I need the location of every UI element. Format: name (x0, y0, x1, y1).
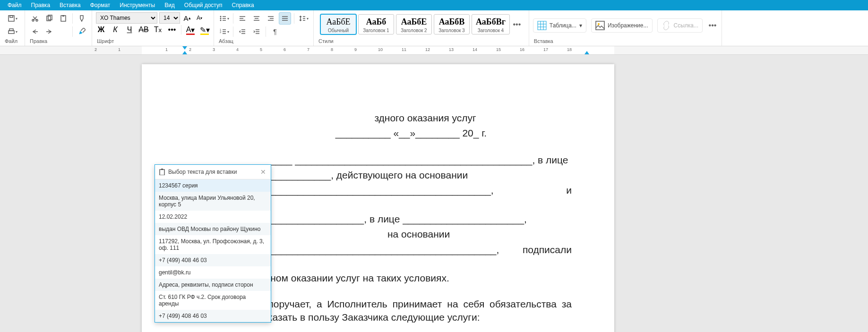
style-name-label: Заголовок 1 (362, 28, 390, 33)
menu-view[interactable]: Вид (160, 1, 180, 9)
paste-option[interactable]: 12.02.2022 (155, 211, 271, 223)
paste-option[interactable]: Ст. 610 ГК РФ ч.2. Срок договора аренды (155, 291, 271, 310)
align-justify-button[interactable] (279, 12, 291, 25)
font-name-select[interactable]: XO Thames (96, 12, 157, 24)
table-icon (537, 21, 547, 30)
strikethrough-button[interactable]: AB (138, 25, 149, 35)
menu-format[interactable]: Формат (86, 1, 115, 9)
menu-tools[interactable]: Инструменты (115, 1, 160, 9)
underline-button[interactable]: Ч (124, 25, 135, 35)
ruler-tick: 14 (473, 47, 477, 52)
font-size-select[interactable]: 14 (159, 12, 180, 24)
paste-option[interactable]: 1234567 серия (155, 179, 271, 192)
increase-font-button[interactable]: A▴ (182, 13, 192, 23)
style-heading2[interactable]: АаБбЕ Заголовок 2 (396, 14, 432, 34)
increase-indent-button[interactable] (250, 26, 263, 38)
more-styles-button[interactable]: ••• (512, 20, 522, 29)
menu-edit[interactable]: Правка (26, 1, 55, 9)
right-indent-marker[interactable] (584, 51, 589, 54)
more-insert-button[interactable]: ••• (707, 21, 718, 30)
ruler-tick: 9 (354, 47, 357, 52)
svg-point-12 (220, 20, 221, 21)
font-color-button[interactable]: A▾ (185, 25, 196, 35)
print-icon (8, 28, 15, 35)
copy-formatting-button[interactable] (76, 26, 88, 38)
undo-button[interactable] (29, 26, 41, 38)
ruler-tick: 2 (189, 47, 191, 52)
paste-option[interactable]: 117292, Москва, ул. Профсоюзная, д. 3, о… (155, 235, 271, 254)
decrease-indent-button[interactable] (236, 26, 249, 38)
bullet-list-button[interactable]: ▾ (218, 12, 230, 25)
style-name-label: Заголовок 2 (400, 28, 428, 33)
paste-option[interactable]: gentil@bk.ru (155, 266, 271, 279)
style-preview: АаБб (362, 17, 390, 27)
ruler-tick: 1 (165, 47, 168, 52)
align-left-icon (239, 15, 246, 22)
horizontal-ruler[interactable]: 21123456789101112131415161718 (0, 46, 868, 55)
cut-button[interactable] (29, 12, 41, 25)
svg-point-11 (220, 18, 221, 19)
svg-rect-9 (62, 15, 64, 17)
copy-button[interactable] (43, 12, 55, 25)
insert-link-button[interactable]: Ссылка... (657, 18, 703, 33)
style-name-label: Заголовок 3 (438, 28, 465, 33)
insert-image-button[interactable]: Изображение... (591, 18, 653, 33)
menu-file[interactable]: Файл (3, 1, 26, 9)
ruler-tick: 2 (95, 47, 97, 52)
italic-button[interactable]: К (110, 25, 120, 35)
numbered-list-button[interactable]: 12▾ (218, 26, 230, 38)
paste-option[interactable]: +7 (499) 408 46 03 (155, 310, 271, 322)
paste-option[interactable]: +7 (499) 408 46 03 (155, 254, 271, 266)
style-heading4[interactable]: АаБбВг Заголовок 4 (472, 14, 510, 34)
nonprinting-chars-button[interactable]: ¶ (269, 26, 281, 38)
menu-help[interactable]: Справка (227, 1, 258, 9)
style-heading1[interactable]: АаБб Заголовок 1 (358, 14, 394, 34)
format-painter-button[interactable] (76, 12, 88, 25)
highlight-color-button[interactable]: ✎▾ (199, 25, 210, 35)
popup-close-button[interactable]: ✕ (259, 168, 267, 176)
bold-button[interactable]: Ж (96, 25, 106, 35)
bullets-icon (219, 15, 227, 22)
svg-rect-0 (9, 16, 14, 21)
line-spacing-icon (299, 15, 306, 22)
decrease-font-button[interactable]: A▾ (194, 13, 205, 23)
style-preview: АаБбЕ (400, 17, 428, 27)
save-button[interactable]: ▾ (4, 12, 21, 25)
paste-option[interactable]: выдан ОВД Москвы по району Щукино (155, 223, 271, 235)
more-font-button[interactable]: ••• (167, 25, 177, 35)
paste-button[interactable] (57, 12, 69, 25)
style-preview: АаБбЕ (325, 17, 352, 27)
divider (72, 26, 73, 37)
undo-icon (31, 28, 39, 35)
redo-button[interactable] (43, 26, 55, 38)
ruler-tick: 15 (496, 47, 501, 52)
ruler-tick: 1 (118, 47, 120, 52)
align-center-button[interactable] (250, 12, 263, 25)
style-normal[interactable]: АаБбЕ Обычный (320, 14, 356, 34)
subscript-button[interactable]: Tx (153, 25, 163, 35)
insert-table-button[interactable]: Таблица...▾ (533, 18, 586, 33)
divider (72, 13, 73, 24)
indent-marker-top[interactable] (182, 46, 187, 50)
style-name-label: Заголовок 4 (476, 28, 506, 33)
ruler-tick: 4 (236, 47, 239, 52)
doc-date-line: __________ «__»________ 20_ г. (184, 127, 572, 140)
ruler-tick: 18 (567, 47, 572, 52)
group-label-paragraph: Абзац (218, 38, 309, 45)
indent-marker-bottom[interactable] (182, 51, 187, 54)
align-right-icon (267, 15, 275, 22)
style-heading3[interactable]: АаБбВ Заголовок 3 (434, 14, 470, 34)
paste-option[interactable]: Адреса, реквизиты, подписи сторон (155, 279, 271, 291)
align-left-button[interactable] (236, 12, 249, 25)
ruler-tick: 10 (378, 47, 383, 52)
print-button[interactable]: ▾ (4, 26, 21, 38)
numbers-icon: 12 (219, 28, 227, 35)
menubar: Файл Правка Вставка Формат Инструменты В… (0, 0, 868, 10)
group-label-font: Шрифт (96, 38, 210, 45)
line-spacing-button[interactable]: ▾ (297, 12, 309, 25)
menu-share[interactable]: Общий доступ (180, 1, 227, 9)
menu-insert[interactable]: Вставка (55, 1, 86, 9)
paste-option[interactable]: Москва, улица Марии Ульяновой 20, корпус… (155, 192, 271, 211)
ruler-tick: 6 (284, 47, 286, 52)
align-right-button[interactable] (265, 12, 277, 25)
